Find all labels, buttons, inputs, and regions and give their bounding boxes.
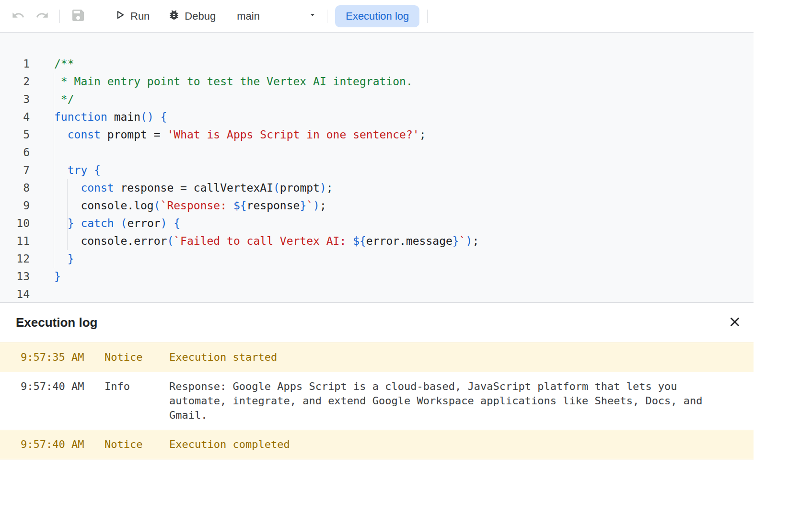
code-text: } [30,268,61,286]
log-entry: 9:57:40 AMInfoResponse: Google Apps Scri… [0,372,754,430]
execution-log-title: Execution log [16,315,97,330]
close-icon [728,315,742,331]
code-editor[interactable]: 1/**2 * Main entry point to test the Ver… [0,33,754,302]
code-text: * Main entry point to test the Vertex AI… [30,73,413,91]
line-number[interactable]: 11 [0,232,30,250]
code-text [30,286,54,302]
undo-icon [12,9,25,23]
line-number[interactable]: 6 [0,144,30,161]
code-line[interactable]: 12 } [0,250,754,268]
toolbar-divider [427,10,428,23]
code-line[interactable]: 7 try { [0,161,754,179]
line-number[interactable]: 10 [0,215,30,232]
save-project-button[interactable] [70,8,86,24]
line-number[interactable]: 1 [0,55,30,73]
log-message: Execution started [169,350,706,365]
code-line[interactable]: 14 [0,286,754,302]
log-entry: 9:57:40 AMNoticeExecution completed [0,430,754,459]
code-line[interactable]: 2 * Main entry point to test the Vertex … [0,73,754,91]
debug-label: Debug [185,10,216,23]
line-number[interactable]: 13 [0,268,30,286]
code-line[interactable]: 6 [0,144,754,161]
log-time: 9:57:35 AM [21,350,104,365]
code-text: } catch (error) { [30,215,180,232]
function-selector-value: main [237,10,260,23]
code-line[interactable]: 1/** [0,55,754,73]
undo-button[interactable] [12,9,25,23]
line-number[interactable]: 9 [0,197,30,215]
line-number[interactable]: 12 [0,250,30,268]
caret-down-icon [308,10,317,23]
save-icon [70,8,86,24]
log-time: 9:57:40 AM [21,379,104,394]
code-line[interactable]: 5 const prompt = 'What is Apps Script in… [0,126,754,144]
code-text: const response = callVertexAI(prompt); [30,179,333,197]
debug-button[interactable]: Debug [168,9,216,24]
code-line[interactable]: 8 const response = callVertexAI(prompt); [0,179,754,197]
code-line[interactable]: 9 console.log(`Response: ${response}`); [0,197,754,215]
function-selector-dropdown[interactable]: main [237,10,317,23]
line-number[interactable]: 2 [0,73,30,91]
indent-guide [67,179,68,250]
code-line[interactable]: 11 console.error(`Failed to call Vertex … [0,232,754,250]
code-text [30,144,54,161]
code-text: function main() { [30,108,167,126]
code-text: */ [30,91,74,108]
code-line[interactable]: 10 } catch (error) { [0,215,754,232]
code-line[interactable]: 3 */ [0,91,754,108]
log-type: Notice [104,350,169,365]
code-text: /** [30,55,74,73]
indent-guide [54,73,54,268]
code-lines: 1/**2 * Main entry point to test the Ver… [0,55,754,302]
log-message: Execution completed [169,437,706,452]
toolbar: Run Debug main Execution log [0,0,754,33]
redo-button[interactable] [35,9,49,23]
line-number[interactable]: 14 [0,286,30,302]
code-text: console.error(`Failed to call Vertex AI:… [30,232,479,250]
log-type: Notice [104,437,169,452]
line-number[interactable]: 7 [0,161,30,179]
apps-script-ide: Run Debug main Execution log 1/**2 * Mai… [0,0,754,526]
run-icon [114,9,126,24]
code-line[interactable]: 4function main() { [0,108,754,126]
code-text: console.log(`Response: ${response}`); [30,197,326,215]
line-number[interactable]: 5 [0,126,30,144]
redo-icon [35,9,49,23]
run-label: Run [130,10,150,23]
toolbar-divider [327,10,327,23]
log-entries: 9:57:35 AMNoticeExecution started9:57:40… [0,343,754,459]
code-line[interactable]: 13} [0,268,754,286]
close-execution-log-button[interactable] [728,315,742,331]
debug-icon [168,9,180,24]
line-number[interactable]: 8 [0,179,30,197]
code-text: const prompt = 'What is Apps Script in o… [30,126,426,144]
code-text: } [30,250,74,268]
log-entry: 9:57:35 AMNoticeExecution started [0,343,754,372]
log-message: Response: Google Apps Script is a cloud-… [169,379,706,423]
execution-log-button[interactable]: Execution log [335,5,419,27]
line-number[interactable]: 3 [0,91,30,108]
log-time: 9:57:40 AM [21,437,104,452]
line-number[interactable]: 4 [0,108,30,126]
execution-log-header: Execution log [0,302,754,343]
toolbar-divider [59,10,60,23]
run-button[interactable]: Run [114,9,150,24]
log-type: Info [104,379,169,394]
code-text: try { [30,161,101,179]
